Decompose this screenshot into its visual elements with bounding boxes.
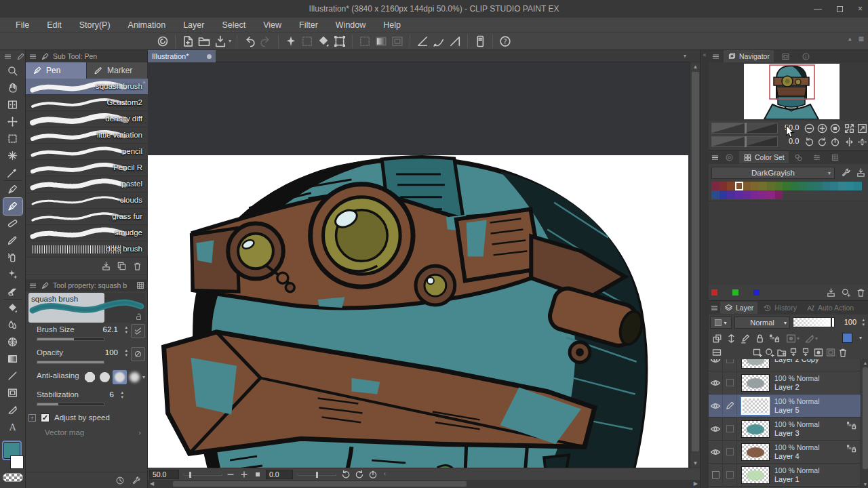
canvas-rotate-slider[interactable]: [297, 474, 336, 476]
tool-select-pen[interactable]: [3, 401, 22, 418]
dock-collapse-gutter[interactable]: «: [701, 50, 709, 488]
tab-color-sliders[interactable]: [808, 151, 825, 163]
menu-view[interactable]: View: [254, 20, 290, 30]
add-color-icon[interactable]: [841, 287, 851, 298]
layer-row[interactable]: 100 % Normal Layer 5: [709, 394, 861, 418]
split-palette-icon[interactable]: [711, 347, 722, 358]
color-swatch[interactable]: [846, 182, 854, 190]
rotate-left-icon[interactable]: [340, 469, 351, 480]
layer-row[interactable]: 100 % Normal Layer 3: [709, 418, 861, 441]
menu-window[interactable]: Window: [327, 20, 374, 30]
tool-move[interactable]: [3, 113, 22, 130]
tool-frame[interactable]: [3, 384, 22, 401]
color-swatch[interactable]: [775, 190, 783, 199]
horizontal-scrollbar[interactable]: ◀ ▶: [148, 480, 700, 488]
maximize-button[interactable]: [837, 6, 843, 12]
canvas-zoom-value[interactable]: 50.0: [149, 470, 179, 479]
tool-wand[interactable]: [3, 147, 22, 164]
menu-file[interactable]: File: [7, 20, 38, 30]
brush-scroll-up-icon[interactable]: ▲: [142, 79, 146, 84]
transform-button[interactable]: [333, 35, 347, 48]
stabilization-stepper[interactable]: ▴▾: [121, 390, 123, 399]
tool-property-menu-icon[interactable]: [28, 281, 37, 290]
scroll-left-icon[interactable]: ◀: [150, 481, 154, 487]
tool-decoration[interactable]: [3, 266, 22, 283]
aa-strong-button[interactable]: [127, 370, 142, 384]
menu-storyp[interactable]: Story(P): [71, 20, 119, 30]
lock-layer-icon[interactable]: [754, 333, 766, 344]
brush-item[interactable]: Gcustom2: [26, 95, 148, 111]
tab-auto-action[interactable]: Auto Action: [802, 302, 858, 314]
open-file-button[interactable]: [197, 35, 211, 48]
color-set-empty-area[interactable]: [709, 201, 868, 285]
tool-calligraphy[interactable]: [3, 198, 22, 215]
nav-rotate-left-icon[interactable]: [804, 136, 815, 148]
transfer-down-icon[interactable]: [789, 347, 800, 358]
help-button[interactable]: ?: [498, 35, 512, 48]
layer-thumbnail[interactable]: [741, 397, 770, 415]
layer-thumbnail[interactable]: [741, 443, 770, 461]
blend-mode-dropdown[interactable]: Normal ▾: [734, 317, 790, 329]
tab-close-icon[interactable]: [207, 54, 212, 59]
layer-opacity-stepper[interactable]: ▴▾: [862, 317, 865, 327]
color-swatch[interactable]: [711, 182, 719, 190]
layer-thumbnail[interactable]: [741, 466, 770, 484]
color-swatch[interactable]: [838, 182, 846, 190]
adjust-by-speed-checkbox[interactable]: ✓: [41, 413, 50, 422]
workspace[interactable]: [148, 62, 690, 468]
tool-magnifier[interactable]: [3, 62, 22, 79]
brush-item[interactable]: squash brush: [26, 79, 148, 95]
nav-rotate-reset-icon[interactable]: [829, 136, 841, 148]
tab-information[interactable]: [797, 50, 814, 62]
navigator-rotate-slider[interactable]: [711, 136, 778, 147]
color-swatch[interactable]: [759, 182, 767, 190]
layer-edit-indicator[interactable]: [723, 394, 737, 418]
navigator-preview[interactable]: [709, 62, 868, 121]
color-swatch[interactable]: [854, 182, 862, 190]
save-file-button[interactable]: [214, 35, 227, 48]
color-swatch[interactable]: [775, 182, 783, 190]
recent-color-swatch[interactable]: [753, 289, 760, 296]
color-swatch[interactable]: [735, 190, 743, 199]
color-swatch[interactable]: [767, 190, 775, 199]
nav-flip-horizontal-icon[interactable]: [844, 136, 855, 148]
color-swatch[interactable]: [791, 182, 799, 190]
color-swatch[interactable]: [719, 190, 728, 199]
tool-mesh[interactable]: [3, 333, 22, 350]
color-swatch[interactable]: [823, 182, 831, 190]
stabilization-value[interactable]: 6: [110, 390, 114, 399]
brush-size-value[interactable]: 62.1: [103, 325, 118, 333]
tool-eyedropper[interactable]: [3, 164, 22, 181]
tool-eraser-wedge[interactable]: [3, 283, 22, 300]
navigator-rotate-value[interactable]: 0.0: [789, 137, 799, 145]
menu-edit[interactable]: Edit: [38, 20, 71, 30]
zoom-fit-icon[interactable]: [252, 469, 263, 480]
zoom-bar-collapse-icon[interactable]: ‹: [384, 470, 386, 477]
layer-menu-icon[interactable]: [710, 304, 719, 312]
vertical-scrollbar[interactable]: ▲ ▼: [690, 62, 700, 468]
snap-ruler-button[interactable]: [416, 35, 429, 48]
new-folder-icon[interactable]: [776, 347, 787, 358]
layer-row[interactable]: 100 % Normal Layer 4: [709, 441, 861, 464]
brush-item[interactable]: clouds: [26, 192, 148, 209]
canvas-rotate-value[interactable]: 0.0: [266, 470, 293, 479]
color-swatch[interactable]: [727, 190, 735, 199]
color-swatch[interactable]: [711, 190, 719, 199]
layer-row[interactable]: 100 % Normal Layer 1: [709, 464, 861, 487]
palette-switch-icon[interactable]: [136, 281, 145, 290]
minimize-button[interactable]: —: [814, 4, 822, 14]
zoom-in-icon[interactable]: [239, 469, 250, 480]
color-swatch[interactable]: [727, 182, 735, 190]
fill-button[interactable]: [317, 35, 330, 48]
merge-down-icon[interactable]: [801, 347, 812, 358]
enable-mask-icon[interactable]: [785, 333, 797, 344]
opacity-value[interactable]: 100: [105, 348, 118, 357]
lock-transparent-icon[interactable]: [768, 333, 780, 344]
color-swatch[interactable]: [719, 182, 728, 190]
snap-guide-button[interactable]: [448, 35, 462, 48]
layer-edit-indicator[interactable]: [723, 359, 737, 371]
transparent-color-swatch[interactable]: [3, 473, 23, 482]
menu-layer[interactable]: Layer: [174, 20, 213, 30]
brush-item[interactable]: density diff: [26, 111, 148, 127]
nav-zoom-in-icon[interactable]: [816, 123, 828, 134]
